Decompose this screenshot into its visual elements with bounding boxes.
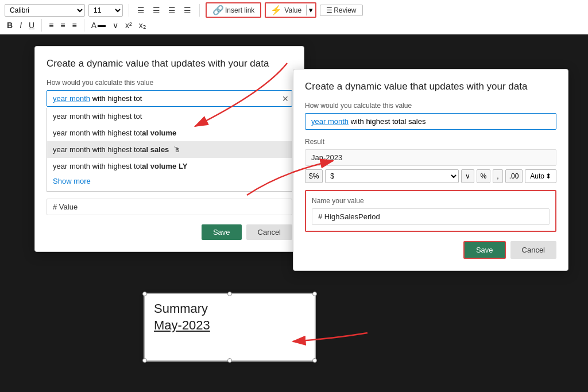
dropdown-item-0[interactable]: year month with highest tot xyxy=(47,108,292,125)
search-rest-left: with highest tot xyxy=(90,94,142,103)
summary-date: May-2023 xyxy=(154,318,210,332)
item2-text: year month with highest total sales xyxy=(53,145,169,154)
name-input[interactable] xyxy=(312,208,550,225)
superscript-btn[interactable]: x² xyxy=(123,20,134,31)
handle-bm[interactable] xyxy=(227,358,232,363)
font-color-icon: A xyxy=(91,21,96,30)
search-input-left[interactable]: year month with highest tot xyxy=(47,90,292,107)
format-comma-btn[interactable]: , xyxy=(493,169,502,183)
font-family-select[interactable]: Calibri xyxy=(5,4,85,17)
summary-line2: May-2023 xyxy=(154,317,210,334)
value-dropdown-btn[interactable]: ▾ xyxy=(306,5,315,15)
item0-text: year month with highest tot xyxy=(53,112,142,121)
item1-text: year month with highest total volume xyxy=(53,129,176,137)
align-text-center-btn[interactable]: ≡ xyxy=(58,20,67,31)
divider2 xyxy=(199,4,200,17)
toolbar-row2: B I U ≡ ≡ ≡ A ∨ x² x₂ xyxy=(5,19,583,32)
underline-btn[interactable]: U xyxy=(26,20,37,31)
lightning-icon: ⚡ xyxy=(270,5,282,15)
handle-bl[interactable] xyxy=(142,358,147,363)
summary-box: Summary May-2023 xyxy=(144,293,316,362)
search-rest-right: with highest total sales xyxy=(349,117,425,126)
link-icon: 🔗 xyxy=(212,5,224,15)
result-value: Jan-2023 xyxy=(305,149,556,166)
save-btn-right[interactable]: Save xyxy=(463,241,506,259)
value-name-box[interactable]: # Value xyxy=(47,199,292,215)
value-btn-group: ⚡ Value ▾ xyxy=(265,2,316,18)
search-box-left: year month with highest tot ✕ xyxy=(47,90,292,107)
toolbar-row1: Calibri 11 ☰ ☰ ☰ ☰ 🔗 Insert link ⚡ Value… xyxy=(5,2,583,18)
color-bar xyxy=(98,25,106,27)
dialog-right-title: Create a dynamic value that updates with… xyxy=(305,81,556,92)
name-section: Name your value xyxy=(305,190,556,232)
cancel-btn-right[interactable]: Cancel xyxy=(510,241,556,259)
cancel-btn-left[interactable]: Cancel xyxy=(246,224,292,240)
format-decimal-btn[interactable]: .00 xyxy=(505,169,523,183)
insert-link-btn[interactable]: 🔗 Insert link xyxy=(207,3,260,17)
search-highlighted-left: year month xyxy=(53,94,90,103)
dialog-right: Create a dynamic value that updates with… xyxy=(293,69,568,271)
divider1 xyxy=(129,4,129,17)
italic-btn[interactable]: I xyxy=(17,20,24,31)
dialog-right-calc-label: How would you calculate this value xyxy=(305,102,556,110)
align-text-right-btn[interactable]: ≡ xyxy=(69,20,79,31)
format-auto: Auto ⬍ xyxy=(525,169,556,183)
font-color-btn[interactable]: A xyxy=(89,20,108,31)
align-justify-btn[interactable]: ☰ xyxy=(181,5,194,16)
review-group: ☰ Review xyxy=(320,5,362,16)
highlight-btn[interactable]: ∨ xyxy=(110,20,121,31)
handle-tl[interactable] xyxy=(142,292,147,296)
item3-text: year month with highest total volume LY xyxy=(53,162,187,170)
clear-btn-left[interactable]: ✕ xyxy=(282,94,289,103)
dropdown-item-1[interactable]: year month with highest total volume xyxy=(47,125,292,141)
format-pct-btn[interactable]: % xyxy=(477,169,491,183)
value-main-btn[interactable]: ⚡ Value xyxy=(266,3,306,17)
summary-line1: Summary xyxy=(154,301,210,317)
dialog-left-calc-label: How would you calculate this value xyxy=(47,79,292,87)
auto-label: Auto xyxy=(530,172,544,180)
dropdown-item-2[interactable]: year month with highest total sales 🖱 xyxy=(47,141,292,158)
toolbar: Calibri 11 ☰ ☰ ☰ ☰ 🔗 Insert link ⚡ Value… xyxy=(0,0,588,34)
handle-tm[interactable] xyxy=(227,292,232,296)
value-label: Value xyxy=(284,6,301,14)
divider4 xyxy=(84,19,84,32)
handle-br[interactable] xyxy=(312,358,317,363)
btn-row-left: Save Cancel xyxy=(47,224,292,240)
result-label: Result xyxy=(305,138,556,146)
font-size-select[interactable]: 11 xyxy=(88,4,123,17)
cursor-icon: 🖱 xyxy=(173,145,181,154)
align-text-left-btn[interactable]: ≡ xyxy=(47,20,56,31)
search-box-right: year month with highest total sales xyxy=(305,113,556,130)
handle-tr[interactable] xyxy=(312,292,317,296)
format-row: $% $ ∨ % , .00 Auto ⬍ xyxy=(305,169,556,183)
format-currency-btn[interactable]: $% xyxy=(305,169,323,183)
summary-text: Summary May-2023 xyxy=(154,301,210,333)
format-check-btn[interactable]: ∨ xyxy=(461,169,474,183)
format-select[interactable]: $ xyxy=(325,169,458,183)
dialog-left-title: Create a dynamic value that updates with… xyxy=(47,58,292,69)
dropdown-list-left: year month with highest tot year month w… xyxy=(47,108,292,192)
show-more-link[interactable]: Show more xyxy=(47,174,292,191)
save-btn-left[interactable]: Save xyxy=(202,224,242,240)
btn-row-right: Save Cancel xyxy=(305,241,556,259)
main-area: Create a dynamic value that updates with… xyxy=(0,34,588,373)
dropdown-item-3[interactable]: year month with highest total volume LY xyxy=(47,158,292,174)
review-btn[interactable]: ☰ Review xyxy=(320,5,362,15)
search-highlighted-right: year month xyxy=(311,117,349,126)
spinner-icon: ⬍ xyxy=(546,172,551,180)
dialog-left: Create a dynamic value that updates with… xyxy=(34,46,304,252)
insert-link-group: 🔗 Insert link xyxy=(206,2,261,18)
divider3 xyxy=(41,19,42,32)
review-label: Review xyxy=(334,6,356,14)
subscript-btn[interactable]: x₂ xyxy=(137,20,149,31)
align-center-btn[interactable]: ☰ xyxy=(150,5,163,16)
result-section: Result Jan-2023 $% $ ∨ % , .00 Auto ⬍ xyxy=(305,138,556,183)
insert-link-label: Insert link xyxy=(225,6,254,14)
review-icon: ☰ xyxy=(326,6,332,14)
name-label: Name your value xyxy=(312,197,550,205)
align-right-btn[interactable]: ☰ xyxy=(166,5,178,16)
bold-btn[interactable]: B xyxy=(5,20,15,31)
align-left-btn[interactable]: ☰ xyxy=(135,5,147,16)
search-input-right[interactable]: year month with highest total sales xyxy=(305,113,556,130)
